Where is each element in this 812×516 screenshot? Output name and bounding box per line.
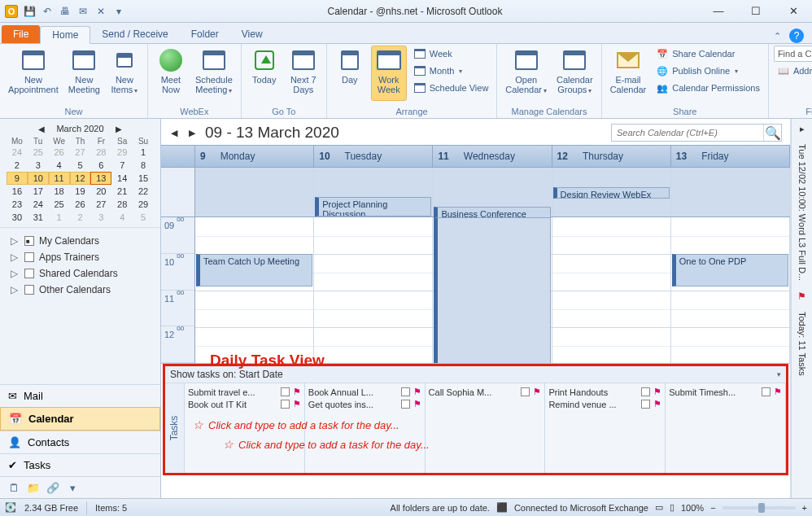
send-receive-icon[interactable]: ✉ bbox=[76, 5, 89, 18]
open-calendar-button[interactable]: Open Calendar▾ bbox=[502, 46, 550, 101]
grid-col[interactable] bbox=[433, 217, 552, 363]
close-button[interactable]: ✕ bbox=[775, 0, 812, 23]
todo-expand-icon[interactable]: ▸ bbox=[800, 124, 805, 134]
twisty-icon[interactable]: ▷ bbox=[8, 268, 20, 279]
day-cell[interactable]: 27 bbox=[70, 146, 91, 159]
nav-calendar[interactable]: 📅Calendar bbox=[0, 407, 160, 431]
checkbox[interactable] bbox=[24, 236, 34, 246]
day-cell[interactable]: 12 bbox=[70, 172, 91, 185]
nav-contacts[interactable]: 👤Contacts bbox=[0, 431, 160, 453]
day-cell[interactable]: 25 bbox=[49, 198, 70, 211]
flag-icon[interactable]: ⚑ bbox=[653, 399, 661, 409]
appt-business-conf[interactable]: Business Conference bbox=[434, 207, 550, 218]
task-row[interactable]: Book Annual L...⚑ bbox=[308, 386, 421, 398]
day-cell[interactable]: 1 bbox=[49, 211, 70, 224]
task-col[interactable]: Call Sophia M...⚑ bbox=[426, 383, 546, 473]
grid-col[interactable] bbox=[552, 217, 671, 363]
undo-icon[interactable]: ↶ bbox=[41, 5, 54, 18]
zoom-in-icon[interactable]: + bbox=[802, 503, 807, 513]
appt-one-to-one[interactable]: One to One PDP bbox=[672, 254, 788, 286]
task-checkbox[interactable] bbox=[281, 387, 290, 396]
delete-icon[interactable]: ✕ bbox=[94, 5, 107, 18]
next-week-icon[interactable]: ▶ bbox=[187, 128, 197, 138]
prev-month-icon[interactable]: ◀ bbox=[32, 125, 51, 133]
next-month-icon[interactable]: ▶ bbox=[109, 125, 129, 133]
day-cell[interactable]: 10 bbox=[28, 172, 49, 185]
day-cell[interactable]: 29 bbox=[133, 198, 154, 211]
flag-icon[interactable]: ⚑ bbox=[293, 387, 301, 397]
day-cell[interactable]: 27 bbox=[90, 198, 111, 211]
twisty-icon[interactable]: ▷ bbox=[8, 251, 20, 263]
task-col[interactable]: Print Handouts⚑Remind venue ...⚑ bbox=[545, 383, 666, 473]
day-cell[interactable]: 24 bbox=[7, 146, 28, 159]
day-cell[interactable]: 17 bbox=[28, 185, 49, 198]
help-icon[interactable]: ? bbox=[789, 28, 804, 43]
day-cell[interactable]: 16 bbox=[7, 185, 28, 198]
day-cell[interactable]: 4 bbox=[49, 159, 70, 172]
day-cell[interactable]: 14 bbox=[111, 172, 133, 185]
flag-icon[interactable]: ⚑ bbox=[413, 387, 421, 397]
share-calendar-button[interactable]: 📅Share Calendar bbox=[653, 46, 763, 62]
task-row[interactable]: Call Sophia M...⚑ bbox=[429, 386, 542, 398]
notes-icon[interactable]: 🗒 bbox=[7, 480, 21, 495]
appt-project-planning[interactable]: Project Planning Discussion bbox=[315, 197, 431, 216]
day-cell[interactable]: 2 bbox=[70, 211, 91, 224]
new-items-button[interactable]: New Items▾ bbox=[107, 46, 142, 101]
zoom-out-icon[interactable]: − bbox=[710, 503, 715, 513]
time-grid[interactable]: 09 0010 0011 0012 00 Team Catch Up Meeti… bbox=[161, 217, 790, 364]
day-cell[interactable]: 19 bbox=[70, 185, 91, 198]
day-cell[interactable]: 7 bbox=[111, 159, 133, 172]
flag-icon[interactable]: ⚑ bbox=[774, 387, 782, 397]
tasks-header-dropdown-icon[interactable]: ▾ bbox=[777, 370, 781, 378]
task-checkbox[interactable] bbox=[281, 400, 290, 409]
task-checkbox[interactable] bbox=[641, 387, 650, 396]
flag-icon[interactable]: ⚑ bbox=[653, 387, 661, 397]
month-button[interactable]: Month▾ bbox=[410, 63, 492, 79]
minimize-button[interactable]: — bbox=[700, 0, 737, 23]
shortcuts-icon[interactable]: 🔗 bbox=[46, 480, 60, 495]
meet-now-button[interactable]: Meet Now bbox=[153, 46, 189, 101]
tab-folder[interactable]: Folder bbox=[180, 25, 230, 43]
flag-icon[interactable]: ⚑ bbox=[293, 399, 301, 409]
day-header[interactable]: 11Wednesday bbox=[433, 146, 552, 167]
day-button[interactable]: Day bbox=[332, 46, 368, 101]
task-row[interactable]: Print Handouts⚑ bbox=[548, 386, 661, 398]
allday-area[interactable]: Project Planning Discussion Business Con… bbox=[161, 168, 790, 217]
day-cell[interactable]: 26 bbox=[49, 146, 70, 159]
day-cell[interactable]: 2 bbox=[7, 159, 28, 172]
task-col[interactable]: Submit travel e...⚑Book out IT Kit⚑☆Clic… bbox=[185, 383, 305, 473]
search-calendar[interactable]: 🔍 bbox=[611, 124, 782, 142]
task-row[interactable]: Get quotes ins...⚑ bbox=[308, 398, 421, 410]
next7days-button[interactable]: Next 7 Days bbox=[286, 46, 321, 101]
search-input[interactable] bbox=[612, 128, 763, 138]
todo-bar[interactable]: ▸ Tue 12/02 10:00: Word L3 Full D... ⚑ T… bbox=[791, 119, 812, 498]
task-row[interactable]: Submit Timesh...⚑ bbox=[669, 386, 782, 398]
print-icon[interactable]: 🖶 bbox=[59, 5, 72, 18]
day-cell[interactable]: 26 bbox=[70, 198, 91, 211]
today-button[interactable]: Today bbox=[247, 46, 282, 101]
todo-tasks-count[interactable]: Today: 11 Tasks bbox=[797, 307, 807, 381]
date-navigator[interactable]: ◀ March 2020 ▶ MoTuWeThFrSaSu 2425262728… bbox=[0, 119, 160, 227]
task-checkbox[interactable] bbox=[641, 400, 650, 409]
tab-send-receive[interactable]: Send / Receive bbox=[90, 25, 179, 43]
grid-col[interactable]: Team Catch Up Meeting bbox=[195, 217, 314, 363]
view-normal-icon[interactable]: ▭ bbox=[655, 502, 663, 513]
week-button[interactable]: Week bbox=[410, 46, 492, 62]
day-cell[interactable]: 31 bbox=[28, 211, 49, 224]
prev-week-icon[interactable]: ◀ bbox=[169, 128, 179, 138]
appt-business-conf-body[interactable] bbox=[434, 217, 550, 364]
day-cell[interactable]: 20 bbox=[90, 185, 111, 198]
nav-mail[interactable]: ✉Mail bbox=[0, 384, 160, 407]
day-cell[interactable]: 5 bbox=[70, 159, 91, 172]
day-cell[interactable]: 28 bbox=[90, 146, 111, 159]
checkbox[interactable] bbox=[24, 252, 34, 262]
qat-dropdown-icon[interactable]: ▾ bbox=[112, 5, 125, 18]
task-col[interactable]: Submit Timesh...⚑ bbox=[666, 383, 786, 473]
day-cell[interactable]: 13 bbox=[90, 172, 111, 185]
day-cell[interactable]: 5 bbox=[133, 211, 154, 224]
day-header[interactable]: 10Tuesday bbox=[314, 146, 433, 167]
twisty-icon[interactable]: ▷ bbox=[8, 284, 20, 295]
schedule-view-button[interactable]: Schedule View bbox=[410, 80, 492, 96]
day-cell[interactable]: 4 bbox=[111, 211, 133, 224]
find-contact-input[interactable]: Find a Contact▾ bbox=[774, 46, 812, 62]
